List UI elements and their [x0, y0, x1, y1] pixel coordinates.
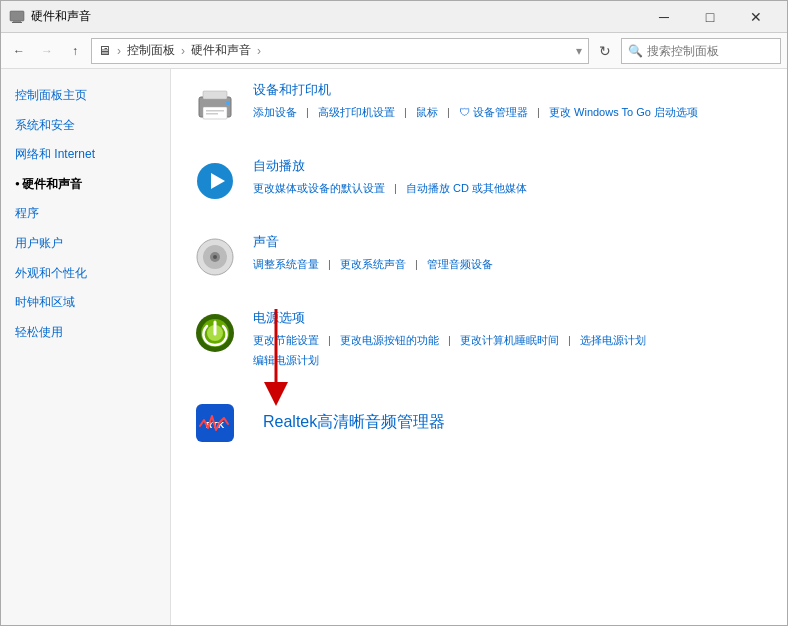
- realtek-section: RTK Realtek高清晰音频管理器: [191, 399, 767, 447]
- sidebar-item-programs[interactable]: 程序: [1, 199, 170, 229]
- address-bar: ← → ↑ 🖥 › 控制面板 › 硬件和声音 › ▾ ↻ 🔍: [1, 33, 787, 69]
- power-plan-link[interactable]: 选择电源计划: [580, 334, 646, 346]
- shield-icon: 🛡: [459, 106, 470, 118]
- change-system-sounds-link[interactable]: 更改系统声音: [340, 258, 406, 270]
- sidebar-item-hardware-sound: 硬件和声音: [1, 170, 170, 200]
- main-panel: 设备和打印机 添加设备 | 高级打印机设置 | 鼠标 | 🛡 设备管理器 | 更…: [171, 69, 787, 625]
- svg-rect-0: [10, 11, 24, 21]
- add-device-link[interactable]: 添加设备: [253, 106, 297, 118]
- search-box[interactable]: 🔍: [621, 38, 781, 64]
- main-window: 硬件和声音 ─ □ ✕ ← → ↑ 🖥 › 控制面板 › 硬件和声音 › ▾ ↻…: [0, 0, 788, 626]
- mouse-link[interactable]: 鼠标: [416, 106, 438, 118]
- autoplay-icon: [191, 157, 239, 205]
- refresh-button[interactable]: ↻: [593, 39, 617, 63]
- path-current: 硬件和声音: [191, 42, 251, 59]
- svg-rect-4: [203, 91, 227, 99]
- sound-icon: [191, 233, 239, 281]
- close-button[interactable]: ✕: [733, 1, 779, 33]
- content-area: 控制面板主页 系统和安全 网络和 Internet 硬件和声音 程序 用户账户 …: [1, 69, 787, 625]
- power-content: 电源选项 更改节能设置 | 更改电源按钮的功能 | 更改计算机睡眠时间 | 选择…: [253, 309, 767, 371]
- back-button[interactable]: ←: [7, 39, 31, 63]
- sleep-time-link[interactable]: 更改计算机睡眠时间: [460, 334, 559, 346]
- devices-printers-content: 设备和打印机 添加设备 | 高级打印机设置 | 鼠标 | 🛡 设备管理器 | 更…: [253, 81, 767, 123]
- search-input[interactable]: [647, 44, 774, 58]
- annotation-arrow: [246, 299, 306, 412]
- devices-printers-icon: [191, 81, 239, 129]
- autoplay-content: 自动播放 更改媒体或设备的默认设置 | 自动播放 CD 或其他媒体: [253, 157, 767, 199]
- minimize-button[interactable]: ─: [641, 1, 687, 33]
- windows-to-go-link[interactable]: 更改 Windows To Go 启动选项: [549, 106, 698, 118]
- manage-audio-link[interactable]: 管理音频设备: [427, 258, 493, 270]
- address-path[interactable]: 🖥 › 控制面板 › 硬件和声音 › ▾: [91, 38, 589, 64]
- sidebar-item-control-panel-home[interactable]: 控制面板主页: [1, 81, 170, 111]
- svg-rect-8: [206, 113, 218, 115]
- devices-printers-links: 添加设备 | 高级打印机设置 | 鼠标 | 🛡 设备管理器 | 更改 Windo…: [253, 103, 767, 123]
- sidebar-item-system-security[interactable]: 系统和安全: [1, 111, 170, 141]
- forward-button[interactable]: →: [35, 39, 59, 63]
- autoplay-title[interactable]: 自动播放: [253, 157, 767, 175]
- sidebar: 控制面板主页 系统和安全 网络和 Internet 硬件和声音 程序 用户账户 …: [1, 69, 171, 625]
- svg-rect-7: [206, 110, 224, 112]
- autoplay-links: 更改媒体或设备的默认设置 | 自动播放 CD 或其他媒体: [253, 179, 767, 199]
- devices-printers-title[interactable]: 设备和打印机: [253, 81, 767, 99]
- advanced-print-link[interactable]: 高级打印机设置: [318, 106, 395, 118]
- adjust-volume-link[interactable]: 调整系统音量: [253, 258, 319, 270]
- realtek-icon: RTK: [191, 399, 239, 447]
- window-title: 硬件和声音: [31, 8, 641, 25]
- svg-rect-2: [12, 22, 22, 23]
- svg-point-14: [213, 255, 217, 259]
- search-icon: 🔍: [628, 44, 643, 58]
- window-icon: [9, 9, 25, 25]
- sidebar-item-network-internet[interactable]: 网络和 Internet: [1, 140, 170, 170]
- device-manager-link[interactable]: 设备管理器: [473, 106, 528, 118]
- change-media-defaults-link[interactable]: 更改媒体或设备的默认设置: [253, 182, 385, 194]
- category-sound: 声音 调整系统音量 | 更改系统声音 | 管理音频设备: [191, 233, 767, 293]
- power-links: 更改节能设置 | 更改电源按钮的功能 | 更改计算机睡眠时间 | 选择电源计划 …: [253, 331, 767, 371]
- sound-title[interactable]: 声音: [253, 233, 767, 251]
- category-autoplay: 自动播放 更改媒体或设备的默认设置 | 自动播放 CD 或其他媒体: [191, 157, 767, 217]
- sound-links: 调整系统音量 | 更改系统声音 | 管理音频设备: [253, 255, 767, 275]
- up-button[interactable]: ↑: [63, 39, 87, 63]
- window-controls: ─ □ ✕: [641, 1, 779, 33]
- autoplay-cd-link[interactable]: 自动播放 CD 或其他媒体: [406, 182, 527, 194]
- path-root: 控制面板: [127, 42, 175, 59]
- sidebar-item-clock-region[interactable]: 时钟和区域: [1, 288, 170, 318]
- sidebar-item-user-accounts[interactable]: 用户账户: [1, 229, 170, 259]
- realtek-title[interactable]: Realtek高清晰音频管理器: [263, 412, 445, 433]
- power-title[interactable]: 电源选项: [253, 309, 767, 327]
- folder-icon: 🖥: [98, 43, 111, 58]
- path-dropdown-icon: ▾: [576, 44, 582, 58]
- power-button-link[interactable]: 更改电源按钮的功能: [340, 334, 439, 346]
- title-bar: 硬件和声音 ─ □ ✕: [1, 1, 787, 33]
- red-arrow-svg: [246, 299, 306, 409]
- category-devices-printers: 设备和打印机 添加设备 | 高级打印机设置 | 鼠标 | 🛡 设备管理器 | 更…: [191, 81, 767, 141]
- maximize-button[interactable]: □: [687, 1, 733, 33]
- power-icon: [191, 309, 239, 357]
- sidebar-item-ease-access[interactable]: 轻松使用: [1, 318, 170, 348]
- svg-point-6: [226, 101, 230, 105]
- sidebar-item-appearance[interactable]: 外观和个性化: [1, 259, 170, 289]
- sound-content: 声音 调整系统音量 | 更改系统声音 | 管理音频设备: [253, 233, 767, 275]
